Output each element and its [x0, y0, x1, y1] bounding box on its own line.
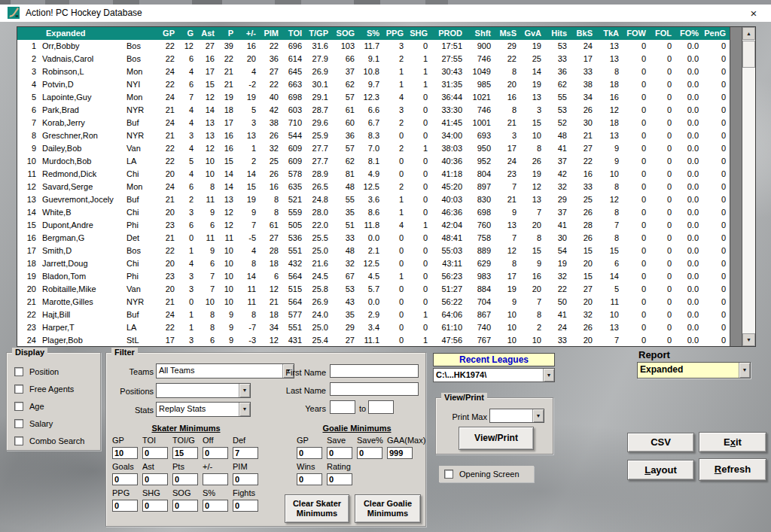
- player-row[interactable]: 2Vadnais,CarolBos2261622203661427.9669.1…: [17, 53, 730, 65]
- minimum-input-gp[interactable]: [112, 447, 138, 459]
- chevron-down-icon[interactable]: ▼: [239, 403, 250, 416]
- checkbox[interactable]: [14, 385, 23, 394]
- minimum-input-rating[interactable]: [327, 473, 352, 485]
- player-row[interactable]: 16Bergman,GDet2101111-52753625.5330.0004…: [17, 232, 730, 245]
- refresh-button[interactable]: Refresh: [699, 458, 766, 481]
- layout-button[interactable]: Layout: [627, 460, 694, 480]
- minimum-input-pts[interactable]: [172, 473, 198, 485]
- recent-leagues-dropdown[interactable]: C:\...HK1974\ ▼: [433, 368, 555, 382]
- checkbox[interactable]: [14, 367, 23, 376]
- player-row[interactable]: 18Jarrett,DougChi20461081843221.63212.50…: [17, 257, 730, 270]
- scrollbar-thumb[interactable]: [742, 41, 755, 68]
- player-row[interactable]: 7Korab,JerryBuf244131733871029.6606.7204…: [17, 117, 730, 129]
- display-option-age[interactable]: Age: [14, 398, 100, 415]
- player-row[interactable]: 1Orr,BobbyBos22122739162269631.610311.73…: [17, 40, 730, 53]
- column-header-g[interactable]: G: [179, 27, 198, 40]
- column-header-fol[interactable]: FOL: [651, 27, 676, 40]
- minimum-input-ppg[interactable]: [112, 500, 138, 512]
- checkbox[interactable]: [14, 402, 23, 411]
- print-max-dropdown[interactable]: ▼: [489, 409, 544, 423]
- column-header-tka[interactable]: TkA: [597, 27, 623, 40]
- player-row[interactable]: 15Dupont,AndrePhi23661276150522.05111.84…: [17, 219, 730, 232]
- column-header-hits[interactable]: Hits: [546, 27, 571, 40]
- column-header-col[interactable]: +/-: [238, 27, 261, 40]
- minimum-input-toi[interactable]: [142, 447, 168, 459]
- column-header-p[interactable]: P: [219, 27, 238, 40]
- column-header-mss[interactable]: MsS: [495, 27, 521, 40]
- chevron-down-icon[interactable]: ▼: [739, 363, 750, 378]
- player-row[interactable]: 23Harper,TLA22189-73455125.0293.40061:10…: [17, 321, 730, 334]
- player-row[interactable]: 10Murdoch,BobLA225101522560927.7628.1004…: [17, 155, 730, 168]
- player-row[interactable]: 8Greschner,RonNYR2131316132654425.9368.3…: [17, 129, 730, 142]
- report-dropdown[interactable]: Expanded ▼: [637, 362, 751, 378]
- player-row[interactable]: 5Lapointe,GuyMon2471219194069829.15712.3…: [17, 91, 730, 104]
- column-header-prod[interactable]: PROD: [432, 27, 467, 40]
- player-row[interactable]: 3Robinson,LMon244172142764526.93710.8113…: [17, 65, 730, 78]
- column-header-bks[interactable]: BkS: [571, 27, 597, 40]
- exit-button[interactable]: Exit: [699, 432, 766, 452]
- opening-screen-option[interactable]: Opening Screen: [439, 466, 534, 482]
- player-row[interactable]: 21Marotte,GillesNYR2101010112156426.9430…: [17, 296, 730, 309]
- player-row[interactable]: 24Plager,BobStL17369-31243125.42711.1014…: [17, 334, 730, 346]
- minimum-input-sog[interactable]: [172, 500, 198, 512]
- column-header-gva[interactable]: GvA: [521, 27, 546, 40]
- column-header-expanded[interactable]: Expanded: [17, 27, 157, 40]
- minimum-input-save[interactable]: [327, 447, 352, 459]
- player-row[interactable]: 14White,BChi2039129855928.0358.61046:366…: [17, 206, 730, 219]
- column-header-sog[interactable]: SOG: [333, 27, 359, 40]
- minimum-input-gaa-max[interactable]: [387, 447, 413, 459]
- minimum-input-ast[interactable]: [142, 473, 168, 485]
- player-row[interactable]: 6Park,BradNYR214141854260328.7616.63033:…: [17, 104, 730, 117]
- player-row[interactable]: 13Guevremont,JocelyBuf212111319852124.85…: [17, 193, 730, 206]
- column-header-s[interactable]: S%: [359, 27, 384, 40]
- minimum-input-shg[interactable]: [142, 500, 168, 512]
- clear-skater-minimums-button[interactable]: Clear Skater Minimums: [285, 494, 349, 523]
- column-header-fo[interactable]: FO%: [676, 27, 703, 40]
- minimum-input-col[interactable]: [203, 473, 228, 485]
- column-header-shft[interactable]: Shft: [467, 27, 495, 40]
- checkbox[interactable]: [14, 436, 23, 445]
- player-row[interactable]: 4Potvin,DNYI2261521-22266330.1629.71131:…: [17, 78, 730, 91]
- display-option-position[interactable]: Position: [14, 363, 100, 380]
- checkbox[interactable]: [14, 419, 23, 428]
- player-row[interactable]: 9Dailey,BobVan224121613260927.7577.02138…: [17, 142, 730, 155]
- column-header-ppg[interactable]: PPG: [384, 27, 408, 40]
- column-header-ast[interactable]: Ast: [198, 27, 219, 40]
- opening-screen-checkbox[interactable]: [444, 470, 453, 479]
- minimum-input-goals[interactable]: [112, 473, 138, 485]
- display-option-combo-search[interactable]: Combo Search: [14, 433, 100, 449]
- column-header-peng[interactable]: PenG: [703, 27, 730, 40]
- player-row[interactable]: 22Hajt,BillBuf2418981857724.0352.90164:0…: [17, 309, 730, 321]
- minimum-input-def[interactable]: [233, 447, 258, 459]
- first-name-input[interactable]: [330, 364, 419, 378]
- display-option-salary[interactable]: Salary: [14, 415, 100, 432]
- view-print-button[interactable]: View/Print: [459, 427, 534, 450]
- minimum-input-fights[interactable]: [233, 500, 258, 512]
- column-header-gp[interactable]: GP: [157, 27, 179, 40]
- clear-goalie-minimums-button[interactable]: Clear Goalie Minimums: [355, 494, 421, 523]
- player-row[interactable]: 17Smith,DBos22191042855125.0482.10055:03…: [17, 245, 730, 257]
- display-option-free-agents[interactable]: Free Agents: [14, 381, 100, 397]
- minimum-input-pim[interactable]: [233, 473, 258, 485]
- minimum-input-off[interactable]: [203, 447, 228, 459]
- player-row[interactable]: 11Redmond,DickChi2041014142657828.9814.9…: [17, 168, 730, 181]
- column-header-shg[interactable]: SHG: [408, 27, 432, 40]
- close-button[interactable]: ×: [741, 5, 766, 22]
- chevron-down-icon[interactable]: ▼: [532, 409, 544, 422]
- csv-button[interactable]: CSV: [627, 433, 694, 452]
- years-to-input[interactable]: [368, 400, 394, 414]
- years-from-input[interactable]: [330, 400, 355, 414]
- chevron-down-icon[interactable]: ▼: [239, 384, 250, 397]
- minimum-input-s[interactable]: [203, 500, 228, 512]
- column-header-pim[interactable]: PIM: [261, 27, 283, 40]
- minimum-input-wins[interactable]: [297, 473, 322, 485]
- positions-dropdown[interactable]: ▼: [156, 383, 251, 398]
- column-header-t-gp[interactable]: T/GP: [306, 27, 333, 40]
- chevron-down-icon[interactable]: ▼: [543, 369, 554, 382]
- minimum-input-gp[interactable]: [297, 447, 322, 459]
- stats-dropdown[interactable]: Replay Stats ▼: [156, 402, 251, 417]
- scroll-down-button[interactable]: ▼: [742, 333, 755, 346]
- player-row[interactable]: 20Robitaille,MikeVan203710111251525.8535…: [17, 283, 730, 296]
- vertical-scrollbar[interactable]: ▲ ▼: [742, 27, 755, 346]
- scroll-up-button[interactable]: ▲: [742, 27, 755, 40]
